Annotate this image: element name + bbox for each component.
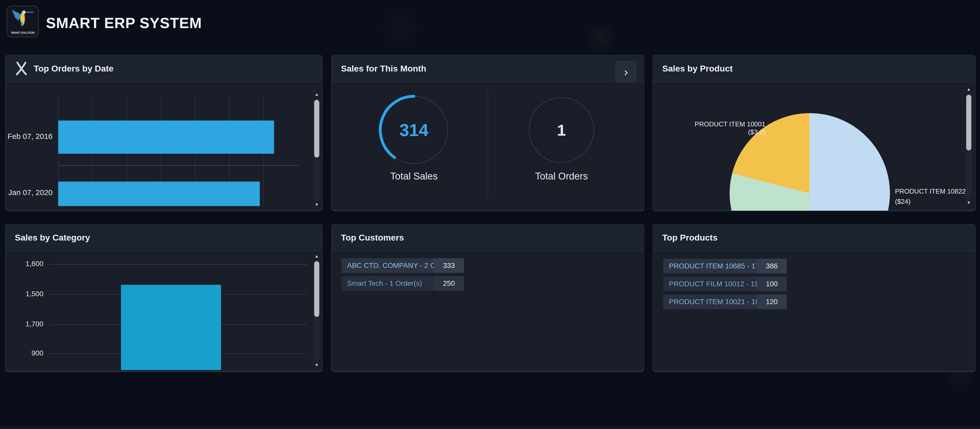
y-tick: 1,500 <box>8 290 43 298</box>
horizontal-bar-chart: Feb 07, 2016 Jan 07, 2020 <box>6 82 322 211</box>
card-top-orders-by-date: Top Orders by Date Feb 07, 2016 Jan 07, … <box>5 55 323 211</box>
card-header-sales-category: Sales by Category <box>6 225 322 251</box>
gridline <box>49 264 307 265</box>
app-header: SMART SOLUTION SMART ERP SYSTEM <box>0 0 980 46</box>
top-customers-table: ABC CTD. COMPANY - 2 Order(s) 333 Smart … <box>342 258 464 294</box>
top-orders-scrollbar[interactable]: ▲ ▼ <box>313 91 321 208</box>
sales-product-scrollbar[interactable]: ▲ ▼ <box>965 86 973 206</box>
sales-product-chart-area: PRODUCT ITEM 10001 ($3.2) PRODUCT ITEM 1… <box>653 82 975 211</box>
card-title: Top Customers <box>341 233 404 242</box>
dashboard-root: { "header": { "title": "SMART ERP SYSTEM… <box>0 0 980 429</box>
card-header-sales-product: Sales by Product <box>653 56 975 82</box>
card-sales-for-this-month: Sales for This Month › 314 Total Sales 1… <box>331 55 644 211</box>
hummingbird-logo-icon <box>7 6 38 29</box>
bar-feb-07-2016 <box>58 121 274 154</box>
expand-card-button[interactable]: › <box>616 61 636 83</box>
chevron-right-icon: › <box>624 65 628 79</box>
card-top-products: Top Products PRODUCT ITEM 10685 - 17 a $… <box>652 224 976 372</box>
sales-month-content: 314 Total Sales 1 Total Orders <box>332 82 644 211</box>
sales-category-scrollbar[interactable]: ▲ ▼ <box>313 253 321 368</box>
x-brand-icon <box>15 61 28 76</box>
card-title: Top Orders by Date <box>34 64 114 73</box>
card-sales-by-product: Sales by Product PRODUCT ITEM 10001 ($3.… <box>652 55 976 211</box>
product-link[interactable]: PRODUCT ITEM 10685 - 17 a $18 <box>663 259 757 273</box>
scroll-up-icon[interactable]: ▲ <box>313 253 321 260</box>
y-axis-label: Jan 07, 2020 <box>6 188 52 197</box>
card-title: Top Products <box>662 233 718 242</box>
product-row[interactable]: PRODUCT FILM 10012 - 11 a $15 100 <box>663 277 787 291</box>
product-link[interactable]: PRODUCT FILM 10012 - 11 a $15 <box>663 277 757 291</box>
customer-row[interactable]: Smart Tech - 1 Order(s) 250 <box>342 276 464 291</box>
total-sales-gauge: 314 <box>375 92 452 168</box>
scroll-up-icon[interactable]: ▲ <box>313 91 321 98</box>
top-orders-chart-area: Feb 07, 2016 Jan 07, 2020 ▲ ▼ <box>6 82 322 211</box>
card-header-top-products: Top Products <box>653 225 975 251</box>
card-title: Sales for This Month <box>341 64 426 73</box>
card-header-sales-month: Sales for This Month › <box>332 56 644 82</box>
customer-link[interactable]: ABC CTD. COMPANY - 2 Order(s) <box>342 258 434 273</box>
logo-caption: SMART SOLUTION <box>7 31 38 34</box>
product-link[interactable]: PRODUCT ITEM 10021 - 18 a $17 <box>663 294 757 309</box>
pie-label-product-10822: PRODUCT ITEM 10822 ($24) <box>895 186 974 207</box>
pie-label-line2: ($24) <box>895 196 974 207</box>
card-sales-by-category: Sales by Category 1,600 1,500 1,700 900 … <box>5 224 323 372</box>
scrollbar-thumb[interactable] <box>314 261 319 317</box>
bar-jan-07-2020 <box>58 182 260 206</box>
card-top-customers: Top Customers ABC CTD. COMPANY - 2 Order… <box>331 224 644 372</box>
total-sales-label: Total Sales <box>375 171 452 182</box>
category-bar <box>121 285 221 370</box>
y-tick: 1,700 <box>8 320 43 328</box>
category-separator-line <box>58 165 299 166</box>
scroll-down-icon[interactable]: ▼ <box>313 362 321 368</box>
product-row[interactable]: PRODUCT ITEM 10021 - 18 a $17 120 <box>663 294 787 309</box>
card-header-top-customers: Top Customers <box>332 225 644 251</box>
y-axis-label: Feb 07, 2016 <box>6 132 52 141</box>
total-sales-value: 314 <box>375 92 452 168</box>
customer-value: 250 <box>434 276 464 291</box>
scroll-up-icon[interactable]: ▲ <box>965 86 973 93</box>
scrollbar-thumb[interactable] <box>314 100 319 158</box>
y-tick: 900 <box>8 349 43 357</box>
customer-link[interactable]: Smart Tech - 1 Order(s) <box>342 276 434 291</box>
product-row[interactable]: PRODUCT ITEM 10685 - 17 a $18 386 <box>663 259 787 273</box>
total-orders-label: Total Orders <box>523 171 600 182</box>
sales-category-chart-area: 1,600 1,500 1,700 900 ▲ ▼ <box>6 251 322 372</box>
top-products-table: PRODUCT ITEM 10685 - 17 a $18 386 PRODUC… <box>663 259 787 312</box>
y-tick: 1,600 <box>8 260 43 268</box>
product-value: 100 <box>757 277 787 291</box>
customer-value: 333 <box>434 258 464 273</box>
app-title: SMART ERP SYSTEM <box>46 14 202 32</box>
scroll-down-icon[interactable]: ▼ <box>313 201 321 208</box>
card-header-top-orders: Top Orders by Date <box>6 56 322 82</box>
card-title: Sales by Product <box>662 64 733 73</box>
top-customers-content: ABC CTD. COMPANY - 2 Order(s) 333 Smart … <box>332 251 644 372</box>
scroll-down-icon[interactable]: ▼ <box>965 199 973 206</box>
product-value: 386 <box>757 259 787 273</box>
product-value: 120 <box>757 294 787 309</box>
card-title: Sales by Category <box>15 233 90 242</box>
customer-row[interactable]: ABC CTD. COMPANY - 2 Order(s) 333 <box>342 258 464 273</box>
pie-label-line1: PRODUCT ITEM 10822 <box>895 186 974 196</box>
pie-label-product-10001: PRODUCT ITEM 10001 ($3.2) <box>681 120 765 136</box>
vertical-divider <box>488 89 488 199</box>
pie-slice-border <box>810 114 810 193</box>
app-logo[interactable]: SMART SOLUTION <box>6 6 39 37</box>
top-products-content: PRODUCT ITEM 10685 - 17 a $18 386 PRODUC… <box>653 251 975 372</box>
total-orders-gauge: 1 <box>523 92 600 168</box>
scrollbar-thumb[interactable] <box>966 95 971 150</box>
total-orders-value: 1 <box>523 92 600 168</box>
